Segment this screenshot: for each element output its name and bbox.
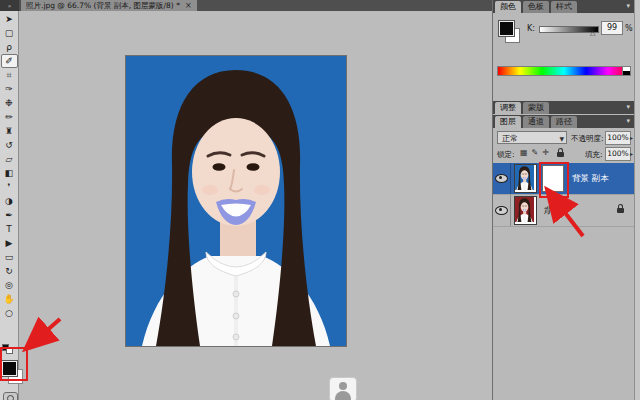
eye-icon[interactable] xyxy=(495,174,508,183)
k-slider-thumb[interactable]: △ xyxy=(590,29,595,37)
watermark-avatar xyxy=(329,377,357,400)
eyedropper-tool[interactable]: ✑ xyxy=(1,82,18,96)
eraser-tool-icon: ▱ xyxy=(6,154,13,164)
rect-shape-tool[interactable]: ▭ xyxy=(1,250,18,264)
orbit-3d-tool-icon: ◎ xyxy=(5,280,13,290)
quick-mask-button[interactable] xyxy=(3,392,18,400)
document-canvas[interactable] xyxy=(125,55,347,347)
tab-adjustments[interactable]: 调整 xyxy=(495,102,521,114)
clone-stamp-tool[interactable]: ♜ xyxy=(1,124,18,138)
lock-row: 锁定: ▦✎✛ 填充: 100% ▸ xyxy=(493,147,634,161)
color-panel: K: △ 99 % xyxy=(493,13,634,88)
chevron-down-icon: ▼ xyxy=(559,132,564,145)
lock-label: 锁定: xyxy=(497,150,515,160)
tools-panel: ➤▢ρ✐⌗✑❉✏♜↺▱◧❜◑✒T▶▭↻◎✋○ xyxy=(0,11,19,400)
history-brush-tool-icon: ↺ xyxy=(5,140,13,150)
move-tool[interactable]: ➤ xyxy=(1,12,18,26)
panel-foreground-swatch[interactable] xyxy=(499,21,514,36)
tab-swatches[interactable]: 色板 xyxy=(523,1,549,13)
color-spectrum-bar[interactable] xyxy=(497,66,631,76)
layer-list: 背景 副本 背景 xyxy=(493,163,634,227)
hand-tool-icon: ✋ xyxy=(3,294,14,304)
healing-brush-tool-icon: ❉ xyxy=(5,98,13,108)
quick-selection-tool[interactable]: ✐ xyxy=(1,54,18,68)
layer-lock-icon xyxy=(617,208,624,213)
rect-marquee-tool-icon: ▢ xyxy=(5,28,14,38)
opacity-spinner-icon[interactable]: ▸ xyxy=(630,134,633,141)
document-tab-title: 照片.jpg @ 66.7% (背景 副本, 图层蒙版/8) * xyxy=(26,0,180,11)
opacity-field[interactable]: 100% xyxy=(605,131,631,145)
eye-icon[interactable] xyxy=(495,206,508,215)
lasso-tool[interactable]: ρ xyxy=(1,40,18,54)
lock-option-icon[interactable]: ▦ xyxy=(520,148,528,157)
blend-mode-select[interactable]: 正常 ▼ xyxy=(497,131,567,144)
fill-field[interactable]: 100% xyxy=(605,147,631,161)
gradient-tool[interactable]: ◧ xyxy=(1,166,18,180)
path-selection-tool[interactable]: ▶ xyxy=(1,236,18,250)
k-value-field[interactable]: 99 xyxy=(601,21,623,35)
visibility-cell[interactable] xyxy=(493,163,511,194)
portrait-photo xyxy=(126,56,346,346)
tab-paths[interactable]: 路径 xyxy=(551,116,577,128)
eyedropper-tool-icon: ✑ xyxy=(5,84,13,94)
lock-option-icon[interactable]: ✎ xyxy=(532,148,539,157)
quick-mask-icon xyxy=(7,395,14,400)
layer-name[interactable]: 背景 副本 xyxy=(572,173,609,185)
healing-brush-tool[interactable]: ❉ xyxy=(1,96,18,110)
path-selection-tool-icon: ▶ xyxy=(6,238,13,248)
adjustments-panel-tabs: 调整蒙版 ▾ xyxy=(493,101,634,114)
move-tool-icon: ➤ xyxy=(5,14,13,24)
lock-all-icon[interactable] xyxy=(557,152,564,157)
type-tool[interactable]: T xyxy=(1,222,18,236)
panel-menu-icon[interactable]: ▾ xyxy=(626,2,630,10)
layer-row-background[interactable]: 背景 xyxy=(493,194,634,227)
gradient-tool-icon: ◧ xyxy=(5,168,14,178)
tab-color[interactable]: 颜色 xyxy=(495,1,521,13)
hand-tool[interactable]: ✋ xyxy=(1,292,18,306)
clone-stamp-tool-icon: ♜ xyxy=(5,126,13,136)
type-tool-icon: T xyxy=(6,224,12,234)
dodge-tool[interactable]: ◑ xyxy=(1,194,18,208)
visibility-cell[interactable] xyxy=(493,195,511,226)
history-brush-tool[interactable]: ↺ xyxy=(1,138,18,152)
opacity-label: 不透明度: xyxy=(571,134,604,144)
layer-row-background-copy[interactable]: 背景 副本 xyxy=(493,163,634,194)
lock-icons: ▦✎✛ xyxy=(520,148,553,157)
blur-tool[interactable]: ❜ xyxy=(1,180,18,194)
layers-panel-tabs: 图层通道路径 ▾ xyxy=(493,115,634,128)
lock-option-icon[interactable]: ✛ xyxy=(542,148,549,157)
tab-channels[interactable]: 通道 xyxy=(523,116,549,128)
layers-panel: 正常 ▼ 不透明度: 100% ▸ 锁定: ▦✎✛ 填充: 100% ▸ xyxy=(493,128,634,400)
spectrum-black-swatch[interactable] xyxy=(622,71,630,75)
crop-tool[interactable]: ⌗ xyxy=(1,68,18,82)
rotate-view-tool[interactable]: ↻ xyxy=(1,264,18,278)
layer-name[interactable]: 背景 xyxy=(543,205,560,217)
crop-tool-icon: ⌗ xyxy=(6,70,11,81)
rect-marquee-tool[interactable]: ▢ xyxy=(1,26,18,40)
brush-tool[interactable]: ✏ xyxy=(1,110,18,124)
close-icon[interactable]: × xyxy=(185,0,192,11)
tab-styles[interactable]: 样式 xyxy=(551,1,577,13)
fill-spinner-icon[interactable]: ▸ xyxy=(630,150,633,157)
rect-shape-tool-icon: ▭ xyxy=(5,252,14,262)
panel-menu-icon[interactable]: ▾ xyxy=(626,103,630,111)
pen-tool[interactable]: ✒ xyxy=(1,208,18,222)
panel-dock: 颜色色板样式 ▾ K: △ 99 % 调整蒙版 ▾ 图层通道路径 ▾ xyxy=(492,0,634,400)
panel-menu-icon[interactable]: ▾ xyxy=(626,117,630,125)
layer-thumbnail[interactable] xyxy=(514,196,537,225)
fill-label: 填充: xyxy=(585,150,603,160)
dock-edge xyxy=(634,0,640,400)
tab-layers[interactable]: 图层 xyxy=(495,116,521,128)
tools-panel-collapse[interactable]: » xyxy=(0,0,19,11)
lasso-tool-icon: ρ xyxy=(6,42,12,52)
tab-masks[interactable]: 蒙版 xyxy=(523,102,549,114)
tool-list: ➤▢ρ✐⌗✑❉✏♜↺▱◧❜◑✒T▶▭↻◎✋○ xyxy=(0,11,18,320)
orbit-3d-tool[interactable]: ◎ xyxy=(1,278,18,292)
document-tab[interactable]: 照片.jpg @ 66.7% (背景 副本, 图层蒙版/8) * × xyxy=(21,0,197,11)
layer-thumbnail[interactable] xyxy=(514,164,537,193)
zoom-tool[interactable]: ○ xyxy=(1,306,18,320)
color-panel-tabs: 颜色色板样式 ▾ xyxy=(493,0,634,13)
eraser-tool[interactable]: ▱ xyxy=(1,152,18,166)
annotation-box-foreground-color xyxy=(0,347,28,381)
blend-mode-value: 正常 xyxy=(502,134,518,143)
